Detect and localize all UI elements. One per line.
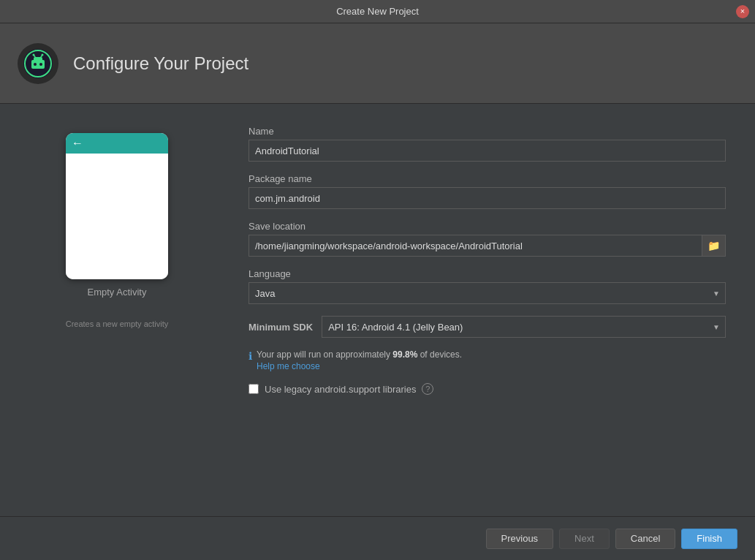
cancel-button[interactable]: Cancel	[615, 529, 675, 549]
legacy-checkbox[interactable]	[248, 384, 259, 394]
name-input[interactable]	[248, 140, 726, 162]
header-title: Configure Your Project	[73, 53, 248, 74]
phone-top-bar: ←	[66, 133, 168, 154]
header: Configure Your Project	[0, 23, 755, 104]
activity-description: Creates a new empty activity	[51, 319, 183, 328]
left-panel: ← Empty Activity Creates a new empty act…	[0, 118, 234, 502]
svg-point-5	[39, 63, 42, 66]
svg-rect-3	[34, 57, 42, 61]
folder-button[interactable]: 📁	[702, 235, 726, 257]
info-prefix: Your app will run on approximately	[257, 349, 392, 360]
name-label: Name	[248, 126, 726, 137]
save-location-input[interactable]	[248, 235, 702, 257]
info-suffix: of devices.	[417, 349, 462, 360]
next-button[interactable]: Next	[559, 529, 610, 549]
package-group: Package name	[248, 173, 726, 209]
finish-button[interactable]: Finish	[681, 529, 737, 549]
svg-point-8	[33, 53, 35, 56]
save-location-input-wrapper: 📁	[248, 235, 726, 257]
info-percentage: 99.8%	[392, 349, 417, 360]
save-location-group: Save location 📁	[248, 221, 726, 257]
title-bar-text: Create New Project	[336, 6, 419, 17]
app-icon	[18, 43, 58, 84]
save-location-label: Save location	[248, 221, 726, 232]
package-label: Package name	[248, 173, 726, 184]
previous-button[interactable]: Previous	[486, 529, 554, 549]
package-input[interactable]	[248, 187, 726, 209]
close-button[interactable]: ×	[736, 5, 749, 18]
info-icon: ℹ	[248, 350, 252, 362]
sdk-select[interactable]: API 16: Android 4.1 (Jelly Bean) API 21:…	[322, 316, 726, 338]
sdk-row: Minimum SDK API 16: Android 4.1 (Jelly B…	[248, 316, 726, 338]
svg-point-9	[42, 53, 44, 56]
title-bar: Create New Project ×	[0, 0, 755, 23]
legacy-help-icon[interactable]: ?	[422, 383, 433, 395]
main-content: ← Empty Activity Creates a new empty act…	[0, 104, 755, 516]
folder-icon: 📁	[707, 240, 720, 251]
sdk-select-wrapper: API 16: Android 4.1 (Jelly Bean) API 21:…	[322, 316, 726, 338]
help-me-choose-link[interactable]: Help me choose	[257, 361, 462, 371]
activity-label: Empty Activity	[88, 287, 147, 298]
phone-preview: ←	[66, 133, 168, 279]
right-panel: Name Package name Save location 📁 Langua…	[234, 118, 755, 502]
language-group: Language Java Kotlin ▼	[248, 268, 726, 304]
info-text: Your app will run on approximately 99.8%…	[257, 349, 462, 371]
language-select-wrapper: Java Kotlin ▼	[248, 282, 726, 304]
legacy-checkbox-label[interactable]: Use legacy android.support libraries	[265, 384, 416, 395]
language-label: Language	[248, 268, 726, 279]
svg-point-4	[34, 63, 37, 66]
legacy-checkbox-row: Use legacy android.support libraries ?	[248, 383, 726, 395]
sdk-label: Minimum SDK	[248, 322, 313, 333]
bottom-bar: Previous Next Cancel Finish	[0, 516, 755, 560]
back-arrow-icon: ←	[72, 137, 83, 150]
language-select[interactable]: Java Kotlin	[248, 282, 726, 304]
sdk-label-bold: Minimum SDK	[248, 322, 313, 333]
phone-body	[66, 154, 168, 279]
name-group: Name	[248, 126, 726, 162]
info-row: ℹ Your app will run on approximately 99.…	[248, 349, 726, 371]
android-studio-icon	[23, 48, 53, 79]
